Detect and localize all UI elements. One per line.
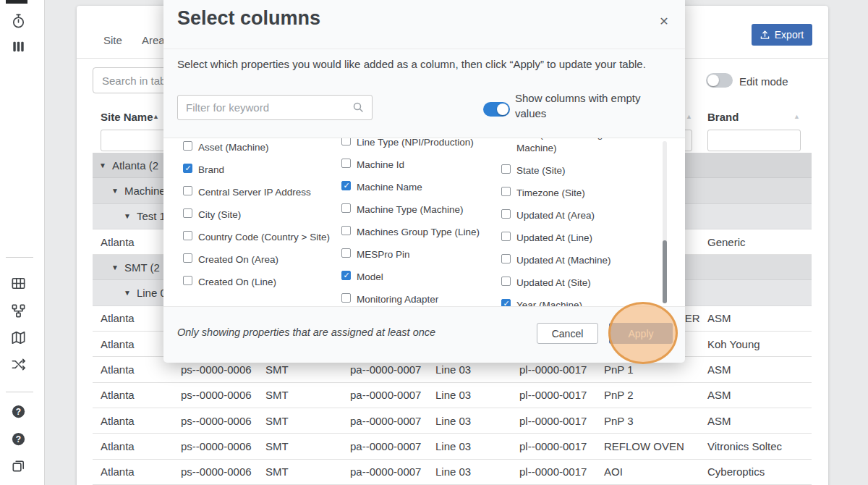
checkbox-unchecked[interactable] bbox=[183, 231, 192, 240]
chevron-down-icon[interactable]: ▼ bbox=[124, 212, 131, 220]
table-row[interactable]: Atlantaps--0000-0006SMTpa--0000-0007Line… bbox=[93, 383, 812, 408]
checkbox-checked[interactable] bbox=[341, 181, 351, 190]
table-cell: pa--0000-0007 bbox=[342, 363, 427, 376]
columns-icon[interactable] bbox=[10, 38, 27, 56]
sort-asc-icon[interactable]: ▲ bbox=[153, 113, 159, 120]
show-empty-columns-label: Show columns with empty values bbox=[515, 90, 652, 121]
checkbox-unchecked[interactable] bbox=[501, 277, 511, 286]
layers-icon[interactable] bbox=[10, 457, 27, 475]
toggle-knob[interactable] bbox=[497, 104, 509, 115]
column-checkbox-item[interactable]: Created On (Area) bbox=[183, 253, 336, 266]
column-checkbox-item[interactable]: Year (Machine) bbox=[501, 298, 643, 307]
column-checkbox-item[interactable]: Model bbox=[341, 270, 495, 284]
column-checkbox-item[interactable]: Updated At (Line) bbox=[501, 231, 643, 245]
keyword-filter-input[interactable] bbox=[177, 95, 373, 120]
show-empty-columns-toggle[interactable] bbox=[483, 102, 510, 117]
table-cell: Line 03 bbox=[427, 465, 511, 478]
column-checkbox-item[interactable]: Machine Name bbox=[341, 180, 495, 194]
tab-area[interactable]: Area bbox=[142, 34, 165, 46]
table-cell: Atlanta bbox=[93, 389, 173, 401]
column-checkbox-item[interactable]: Machines Group Type (Line) bbox=[341, 225, 495, 239]
column-checkbox-item[interactable]: Asset (Machine) bbox=[183, 140, 336, 154]
grid-icon[interactable] bbox=[10, 275, 27, 292]
checkbox-unchecked[interactable] bbox=[341, 203, 351, 213]
chevron-down-icon[interactable]: ▼ bbox=[99, 161, 106, 169]
table-cell: Line 03 bbox=[427, 440, 511, 452]
checkbox-label: Line Type (NPI/Production) bbox=[357, 138, 474, 149]
sort-icon[interactable]: ▲ bbox=[686, 113, 692, 120]
chevron-down-icon[interactable]: ▼ bbox=[111, 263, 119, 271]
column-header-site-name[interactable]: Site Name bbox=[101, 111, 153, 123]
checkbox-label: Updated At (Area) bbox=[516, 208, 595, 222]
tab-site[interactable]: Site bbox=[103, 34, 122, 46]
table-row[interactable]: Atlantaps--0000-0006SMTpa--0000-0007Line… bbox=[93, 434, 812, 459]
modal-title: Select columns bbox=[177, 7, 320, 30]
column-checkbox-item[interactable]: Country Code (Country > Site) bbox=[183, 230, 336, 244]
column-checkbox-item[interactable]: Central Server IP Address bbox=[183, 185, 336, 199]
map-icon[interactable] bbox=[10, 329, 27, 347]
checkbox-unchecked[interactable] bbox=[501, 187, 511, 196]
column-checkbox-item[interactable]: Updated At (Machine) bbox=[501, 253, 643, 267]
shuffle-icon[interactable] bbox=[10, 356, 27, 374]
help-icon[interactable]: ? bbox=[10, 403, 27, 421]
chevron-down-icon[interactable]: ▼ bbox=[111, 187, 119, 195]
column-checkbox-item[interactable]: Machine Type (Machine) bbox=[341, 203, 495, 216]
checkbox-unchecked[interactable] bbox=[341, 226, 351, 235]
help-icon-2[interactable]: ? bbox=[10, 431, 27, 448]
toggle-knob[interactable] bbox=[707, 75, 719, 86]
checkbox-checked[interactable] bbox=[501, 299, 511, 307]
checkbox-unchecked[interactable] bbox=[341, 138, 351, 146]
column-checkbox-item[interactable]: Created On (Line) bbox=[183, 275, 336, 289]
column-filter-input[interactable] bbox=[707, 130, 801, 151]
checkbox-label: Updated At (Site) bbox=[516, 276, 591, 290]
table-cell: PnP 2 bbox=[596, 389, 699, 401]
column-checkbox-item[interactable]: Start (Machineassignment > Machine) bbox=[501, 138, 643, 155]
checkbox-label: Central Server IP Address bbox=[198, 185, 311, 199]
checkbox-unchecked[interactable] bbox=[183, 253, 192, 263]
column-checkbox-item[interactable]: Monitoring Adapter bbox=[341, 292, 495, 306]
checkbox-checked[interactable] bbox=[183, 164, 192, 173]
table-cell: pa--0000-0007 bbox=[342, 415, 427, 427]
table-row[interactable]: Atlantaps--0000-0006SMTpa--0000-0007Line… bbox=[93, 408, 812, 434]
column-checkbox-item[interactable]: Machine Id bbox=[341, 158, 495, 172]
checkbox-checked[interactable] bbox=[341, 271, 351, 280]
checkbox-label: Machines Group Type (Line) bbox=[357, 225, 480, 239]
checkbox-unchecked[interactable] bbox=[501, 232, 511, 241]
sort-icon[interactable]: ▲ bbox=[793, 113, 800, 120]
table-cell: pl--0000-0017 bbox=[511, 465, 596, 478]
workflow-icon[interactable] bbox=[10, 303, 27, 320]
checkbox-unchecked[interactable] bbox=[501, 209, 511, 219]
modal-description: Select which properties you would like a… bbox=[177, 58, 673, 70]
timer-icon[interactable] bbox=[10, 13, 27, 30]
table-cell: pa--0000-0007 bbox=[342, 389, 427, 401]
column-checkbox-item[interactable]: Line Type (NPI/Production) bbox=[341, 138, 495, 149]
column-checkbox-item[interactable]: Updated At (Area) bbox=[501, 208, 643, 222]
column-checkbox-item[interactable]: MESPro Pin bbox=[341, 248, 495, 261]
checkbox-unchecked[interactable] bbox=[341, 248, 351, 258]
column-checkbox-item[interactable]: City (Site) bbox=[183, 208, 336, 222]
column-checkbox-item[interactable]: Updated At (Site) bbox=[501, 276, 643, 290]
checkbox-unchecked[interactable] bbox=[341, 159, 351, 168]
checkbox-unchecked[interactable] bbox=[183, 276, 192, 285]
apply-button[interactable]: Apply bbox=[609, 323, 673, 344]
checkbox-unchecked[interactable] bbox=[501, 254, 511, 263]
column-filter-input[interactable] bbox=[101, 130, 167, 151]
cancel-button[interactable]: Cancel bbox=[537, 323, 598, 344]
checkbox-label: Model bbox=[357, 270, 383, 284]
column-header-brand[interactable]: Brand bbox=[707, 111, 739, 123]
column-checkbox-item[interactable]: Brand bbox=[183, 163, 336, 177]
checkbox-unchecked[interactable] bbox=[183, 186, 192, 195]
checkbox-unchecked[interactable] bbox=[341, 293, 351, 303]
table-row[interactable]: Atlantaps--0000-0006SMTpa--0000-0007Line… bbox=[93, 460, 812, 485]
scrollbar-thumb[interactable] bbox=[663, 240, 667, 303]
checkbox-unchecked[interactable] bbox=[183, 208, 192, 218]
checkbox-unchecked[interactable] bbox=[501, 164, 511, 174]
column-checkbox-item[interactable]: Timezone (Site) bbox=[501, 186, 643, 200]
column-checkbox-item[interactable]: State (Site) bbox=[501, 164, 643, 177]
checkbox-column-3: Start (Machineassignment > Machine)State… bbox=[501, 138, 643, 307]
checkbox-unchecked[interactable] bbox=[183, 141, 192, 151]
close-icon[interactable]: ✕ bbox=[655, 12, 673, 30]
export-button[interactable]: Export bbox=[752, 24, 812, 46]
chevron-down-icon[interactable]: ▼ bbox=[124, 289, 131, 297]
edit-mode-toggle[interactable] bbox=[706, 73, 733, 88]
